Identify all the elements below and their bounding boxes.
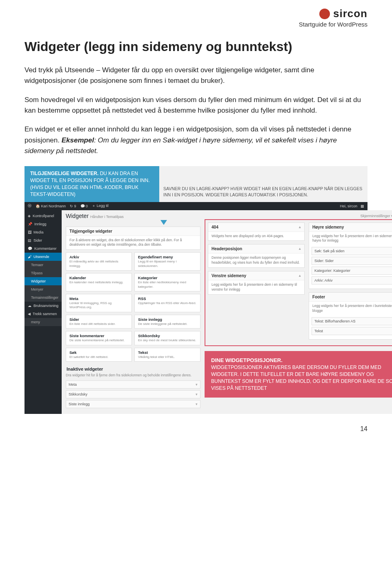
- para-2: Som hovedregel vil en widgetposisjon kun…: [24, 95, 368, 116]
- widget-sider[interactable]: SiderEn liste med ditt nettsteds sider.: [66, 315, 132, 329]
- logo-icon: [319, 9, 330, 19]
- callout-savner: SAVNER DU EN LAGRE-KNAPP? HVER WIDGET HA…: [159, 179, 368, 202]
- wp-logo-icon[interactable]: ⓦ: [28, 203, 31, 209]
- brand-name: sircon: [333, 7, 368, 20]
- para-1: Ved trykk på Utseende – Widgeter får du …: [24, 65, 368, 87]
- callout-blue: TILGJENGELIGE WIDGETER. DU KAN DRA EN WI…: [24, 166, 159, 202]
- sidebar-sub-temaer[interactable]: Temaer: [24, 261, 62, 269]
- widget-egendefinert-meny[interactable]: Egendefinert menyLegg til en tilpasset m…: [134, 252, 200, 271]
- page-icon: ▤: [28, 238, 31, 242]
- add-new[interactable]: ＋ Legg til: [92, 203, 109, 209]
- inactive-siste-innlegg[interactable]: Siste innlegg▾: [66, 400, 200, 408]
- wp-adminbar: ⓦ 🏠 Kari Nordmann ↻ 9 💬 0 ＋ Legg til Hei…: [24, 202, 368, 210]
- widget-kategorier[interactable]: KategorierEn liste eller nedtrekksmeny m…: [134, 273, 200, 291]
- wp-sidebar: ◈Kontrollpanel 📌Innlegg 🖼Media ▤Sider 💬K…: [24, 210, 62, 414]
- widget-sok[interactable]: SøkEt søkefelt for ditt nettsted.: [66, 348, 132, 362]
- media-icon: 🖼: [28, 230, 31, 234]
- widget-stikkordsky[interactable]: StikkordskyEn sky med de mest brukte sti…: [134, 331, 200, 345]
- dashboard-icon: ◈: [28, 214, 31, 218]
- doc-subtitle: Startguide for WordPress: [24, 21, 368, 28]
- widget-instance[interactable]: Tekst: Bilforhandleren AS▾: [312, 317, 392, 325]
- sidebar-sub-meny: meny: [24, 318, 62, 326]
- widget-siste-innlegg[interactable]: Siste innleggDe siste innleggene på nett…: [134, 315, 200, 329]
- chevron-up-icon: ▴: [299, 225, 301, 229]
- pos-footer[interactable]: Footer▴ Legg widgets her for å presenter…: [309, 292, 392, 340]
- widget-instance[interactable]: Kategorier: Kategorier▾: [312, 267, 392, 275]
- book-icon: ☁: [28, 304, 31, 308]
- sidebar-item-trekksammen[interactable]: ◀Trekk sammen: [24, 310, 62, 318]
- widget-rss[interactable]: RSSOppføringer fra en RSS eller Atom-fee…: [134, 294, 200, 312]
- widget-meta[interactable]: MetaLenker til innlogging, RSS og WordPr…: [66, 294, 132, 312]
- page-title: Widgeter (legg inn sidemeny og bunntekst…: [24, 39, 368, 54]
- widget-instance[interactable]: Tekst▾: [312, 327, 392, 335]
- widget-kalender[interactable]: KalenderEn kalender med nettstedets innl…: [66, 273, 132, 291]
- pos-venstre[interactable]: Venstre sidemeny▴ Legg widgets her for å…: [208, 271, 305, 295]
- widget-arkiv[interactable]: ArkivEt månedlig arkiv av ditt nettsteds…: [66, 252, 132, 271]
- pos-header[interactable]: Headerposisjon▴ Denne posisjonen ligger …: [208, 244, 305, 268]
- sidebar-item-utseende[interactable]: 🖌Utseende: [24, 253, 62, 261]
- brand-header: sircon: [24, 7, 368, 20]
- sidebar-item-media[interactable]: 🖼Media: [24, 228, 62, 236]
- updates-count[interactable]: ↻ 9: [70, 204, 76, 208]
- avatar-icon[interactable]: ▦: [361, 204, 364, 208]
- chevron-up-icon: ▴: [299, 273, 301, 278]
- main-title: Widgeter Håndter i Tematilpas: [66, 213, 124, 219]
- sidebar-sub-menyer[interactable]: Menyer: [24, 285, 62, 293]
- para-3: En widget er et eller annet innhold du k…: [24, 124, 368, 156]
- widget-instance[interactable]: Søk: Søk på siden▾: [312, 247, 392, 255]
- available-desc: For å aktivere en widget, dra den til si…: [66, 236, 200, 250]
- sidebar-item-kommentarer[interactable]: 💬Kommentarer: [24, 244, 62, 253]
- sidebar-item-sider[interactable]: ▤Sider: [24, 236, 62, 244]
- screenshot-figure: TILGJENGELIGE WIDGETER. DU KAN DRA EN WI…: [24, 166, 368, 413]
- page-number: 14: [24, 425, 368, 433]
- widget-tekst[interactable]: TekstVilkårlig tekst eller HTML.: [134, 348, 200, 362]
- collapse-icon: ◀: [28, 312, 31, 316]
- wp-main: Widgeter Håndter i Tematilpas Skjerminns…: [62, 210, 392, 414]
- sidebar-item-kontrollpanel[interactable]: ◈Kontrollpanel: [24, 212, 62, 220]
- body-text: Ved trykk på Utseende – Widgeter får du …: [24, 65, 368, 156]
- callout-pink: DINE WIDGETPOSISJONER. WIDGETPOSISJONER …: [205, 351, 392, 397]
- inactive-stikkordsky[interactable]: Stikkordsky▾: [66, 390, 200, 398]
- sidebar-item-innlegg[interactable]: 📌Innlegg: [24, 220, 62, 228]
- screen-options[interactable]: Skjerminnstillinger ▾: [360, 214, 392, 218]
- widget-instance[interactable]: Sider: Sider▾: [312, 257, 392, 265]
- chevron-down-icon: ▾: [196, 402, 198, 406]
- comment-icon: 💬: [28, 247, 32, 251]
- sidebar-sub-widgeter[interactable]: Widgeter: [24, 277, 62, 285]
- arrow-down-icon: [160, 220, 167, 225]
- greeting[interactable]: Hei, sircon: [340, 204, 357, 208]
- pin-icon: 📌: [28, 222, 32, 226]
- available-widgets-col: Tilgjengelige widgeter For å aktivere en…: [66, 221, 200, 410]
- sidebar-item-bruksanvisning[interactable]: ☁Bruksanvisning: [24, 302, 62, 310]
- widget-instance[interactable]: Arkiv: Arkiv▾: [312, 276, 392, 284]
- sidebar-sub-tilpass[interactable]: Tilpass: [24, 269, 62, 277]
- sidebar-sub-temainnst[interactable]: Temainnstillinger: [24, 293, 62, 302]
- pos-404[interactable]: 404▴ Widgets here are displayed only on …: [208, 222, 305, 241]
- widget-siste-kommentarer[interactable]: Siste kommentarerDe siste kommentarene p…: [66, 331, 132, 345]
- inactive-meta[interactable]: Meta▾: [66, 380, 200, 389]
- chevron-down-icon: ▾: [196, 392, 198, 396]
- inactive-widgets: Inaktive widgeter Dra widgeter hit for å…: [66, 365, 200, 408]
- pos-hoyre[interactable]: Høyre sidemeny▴ Legg widgets her for å p…: [309, 222, 392, 289]
- comments-count[interactable]: 💬 0: [80, 204, 88, 208]
- available-title: Tilgjengelige widgeter: [66, 227, 200, 236]
- brush-icon: 🖌: [28, 255, 31, 259]
- widget-positions-col: 404▴ Widgets here are displayed only on …: [205, 221, 392, 410]
- site-name[interactable]: 🏠 Kari Nordmann: [36, 204, 66, 208]
- chevron-down-icon: ▾: [196, 382, 198, 387]
- chevron-up-icon: ▴: [299, 247, 301, 251]
